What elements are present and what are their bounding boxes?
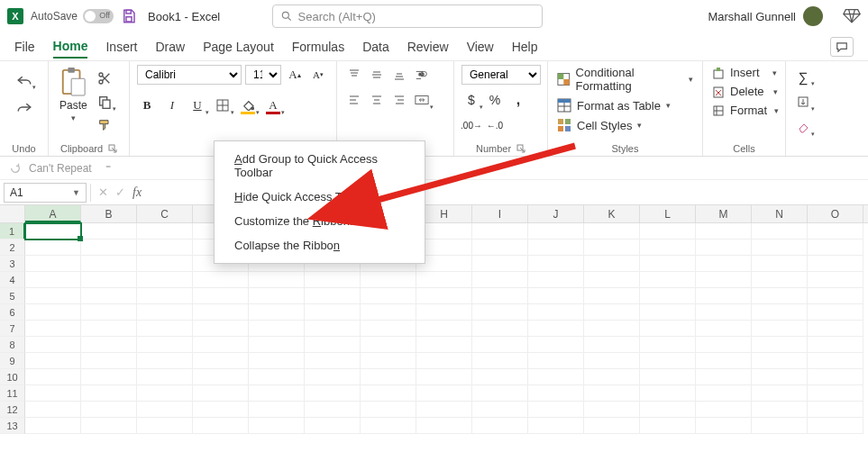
cell[interactable] <box>640 256 696 272</box>
col-header[interactable]: O <box>808 205 863 222</box>
cell[interactable] <box>305 337 361 353</box>
cell[interactable] <box>472 337 528 353</box>
cell[interactable] <box>361 402 416 418</box>
cell[interactable] <box>137 272 193 288</box>
cell[interactable] <box>528 321 584 337</box>
cell[interactable] <box>640 288 696 304</box>
cell[interactable] <box>752 337 808 353</box>
cell[interactable] <box>808 402 863 418</box>
fill-color-button[interactable]: ▾ <box>238 95 258 115</box>
name-box[interactable]: A1 ▼ <box>4 183 87 203</box>
cell[interactable] <box>361 369 416 385</box>
format-cells-button[interactable]: Format▾ <box>710 103 781 118</box>
cell[interactable] <box>752 385 808 402</box>
cell[interactable] <box>584 369 640 385</box>
cell[interactable] <box>25 256 81 272</box>
cell[interactable] <box>528 240 584 256</box>
cell[interactable] <box>81 369 137 385</box>
cell[interactable] <box>249 288 305 304</box>
cell[interactable] <box>81 272 137 288</box>
cell[interactable] <box>193 385 249 402</box>
cell[interactable] <box>25 337 81 353</box>
cell[interactable] <box>193 369 249 385</box>
cell[interactable] <box>193 288 249 304</box>
cell[interactable] <box>808 223 863 240</box>
tab-data[interactable]: Data <box>362 36 389 58</box>
autosum-button[interactable]: ∑▾ <box>793 67 813 86</box>
cell[interactable] <box>137 369 193 385</box>
cell[interactable] <box>361 337 416 353</box>
cell[interactable] <box>472 223 528 240</box>
row-header[interactable]: 4 <box>0 272 25 288</box>
clear-button[interactable]: ▾ <box>793 117 813 137</box>
tab-home[interactable]: Home <box>53 35 88 59</box>
tab-help[interactable]: Help <box>512 36 538 58</box>
cell[interactable] <box>584 223 640 240</box>
cell[interactable] <box>25 272 81 288</box>
cell[interactable] <box>808 369 863 385</box>
cell[interactable] <box>81 385 137 402</box>
row-header[interactable]: 1 <box>0 223 25 240</box>
cell[interactable] <box>249 369 305 385</box>
cell[interactable] <box>137 321 193 337</box>
align-right-button[interactable] <box>389 90 409 110</box>
cell[interactable] <box>640 223 696 240</box>
cell[interactable] <box>528 353 584 369</box>
cell[interactable] <box>361 288 416 304</box>
cell[interactable] <box>25 353 81 369</box>
cell[interactable] <box>752 402 808 418</box>
select-all-corner[interactable] <box>0 205 25 222</box>
cell[interactable] <box>752 304 808 321</box>
row-header[interactable]: 11 <box>0 385 25 402</box>
row-header[interactable]: 5 <box>0 288 25 304</box>
cell[interactable] <box>137 402 193 418</box>
tab-file[interactable]: File <box>14 36 35 58</box>
decrease-decimal-button[interactable]: ←.0 <box>485 115 505 135</box>
col-header[interactable]: I <box>472 205 528 222</box>
cell[interactable] <box>249 385 305 402</box>
cell[interactable] <box>361 321 416 337</box>
cell[interactable] <box>81 353 137 369</box>
worksheet-grid[interactable]: A B C D E F G H I J K L M N O 1234567891… <box>0 205 868 434</box>
row-header[interactable]: 6 <box>0 304 25 321</box>
cell[interactable] <box>752 369 808 385</box>
cell[interactable] <box>361 272 416 288</box>
cell[interactable] <box>193 272 249 288</box>
menu-hide-qat[interactable]: Hide Quick Access Toolbar <box>215 185 425 209</box>
cell[interactable] <box>249 337 305 353</box>
cell[interactable] <box>81 321 137 337</box>
cell[interactable] <box>137 385 193 402</box>
cell[interactable] <box>640 418 696 434</box>
cut-button[interactable] <box>95 68 114 88</box>
cell[interactable] <box>25 304 81 321</box>
col-header[interactable]: K <box>584 205 640 222</box>
cell[interactable] <box>472 256 528 272</box>
cell[interactable] <box>416 337 472 353</box>
qat-customize-icon[interactable]: ⁼ <box>99 162 117 175</box>
cell[interactable] <box>416 402 472 418</box>
cell[interactable] <box>584 353 640 369</box>
col-header[interactable]: C <box>137 205 193 222</box>
border-button[interactable]: ▾ <box>213 95 233 115</box>
cell[interactable] <box>528 223 584 240</box>
align-top-button[interactable] <box>344 65 364 85</box>
row-header[interactable]: 13 <box>0 418 25 434</box>
cell[interactable] <box>696 256 752 272</box>
cell[interactable] <box>696 272 752 288</box>
cell[interactable] <box>305 418 361 434</box>
tab-formulas[interactable]: Formulas <box>292 36 344 58</box>
cell[interactable] <box>640 402 696 418</box>
wrap-text-button[interactable]: ab <box>412 65 432 85</box>
cell[interactable] <box>472 272 528 288</box>
decrease-font-button[interactable]: A▾ <box>308 65 328 85</box>
number-launcher-icon[interactable] <box>516 144 525 153</box>
cell[interactable] <box>416 418 472 434</box>
cell[interactable] <box>640 353 696 369</box>
cell[interactable] <box>752 321 808 337</box>
cell[interactable] <box>416 353 472 369</box>
cell[interactable] <box>249 272 305 288</box>
row-header[interactable]: 9 <box>0 353 25 369</box>
cell[interactable] <box>584 337 640 353</box>
cell[interactable] <box>696 418 752 434</box>
cell[interactable] <box>25 402 81 418</box>
